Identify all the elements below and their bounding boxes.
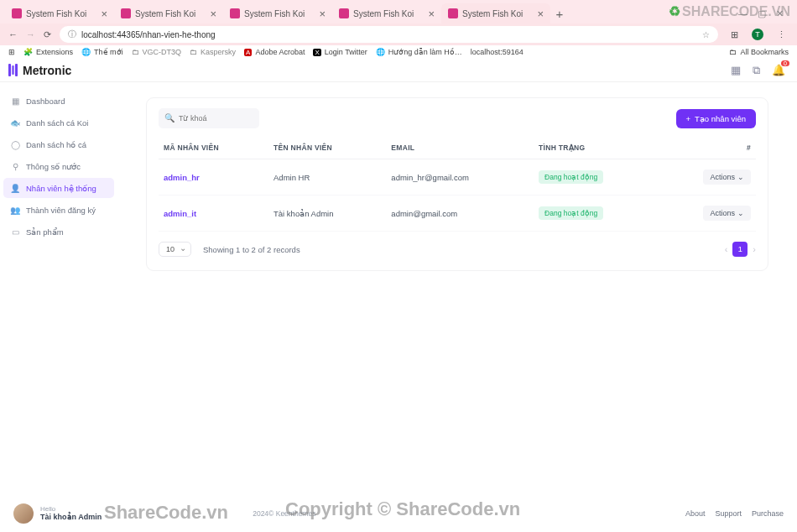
sidebar-item-water[interactable]: ⚲Thông số nước (3, 156, 114, 176)
plus-icon: + (686, 114, 691, 123)
site-icon (448, 8, 458, 18)
minimize-icon[interactable]: — (738, 8, 748, 19)
row-actions-button[interactable]: Actions ⌄ (703, 170, 751, 185)
cell-code[interactable]: admin_hr (159, 159, 268, 196)
logo-mark-icon (8, 64, 18, 76)
main-content: 🔍 + Tạo nhân viên MÃ NHÂN VIÊN TÊN NHÂN … (117, 82, 797, 532)
cell-email: admin@gmail.com (386, 196, 534, 232)
bookmark-item[interactable]: 🧩 Extensions (23, 48, 73, 56)
avatar[interactable] (13, 503, 34, 524)
sidebar-item-products[interactable]: ▭Sản phẩm (3, 222, 114, 242)
url-bar[interactable]: ⓘ localhost:44365/nhan-vien-he-thong ☆ (60, 26, 718, 43)
apps-icon[interactable]: ⊞ (8, 48, 15, 56)
menu-icon[interactable]: ⋮ (774, 27, 789, 42)
close-icon[interactable]: × (428, 8, 435, 20)
row-actions-button[interactable]: Actions ⌄ (703, 206, 751, 221)
forward-icon[interactable]: → (26, 29, 35, 39)
col-name[interactable]: TÊN NHÂN VIÊN (268, 137, 386, 159)
footer-link-purchase[interactable]: Purchase (752, 509, 784, 518)
calendar-icon[interactable]: ▦ (731, 64, 741, 77)
bookmark-folder[interactable]: 🗀 VGC-DT3Q (132, 48, 182, 56)
status-badge: Đang hoạt động (539, 170, 603, 184)
col-status[interactable]: TÌNH TRẠNG (534, 137, 659, 159)
cell-name: Admin HR (268, 159, 386, 196)
tab-title: System Fish Koi (353, 9, 414, 18)
all-bookmarks[interactable]: 🗀 All Bookmarks (729, 48, 789, 56)
table-row: admin_it Tài khoản Admin admin@gmail.com… (159, 196, 756, 232)
close-icon[interactable]: × (537, 8, 544, 20)
browser-tab[interactable]: System Fish Koi× (5, 3, 114, 23)
browser-tab[interactable]: System Fish Koi× (114, 3, 223, 23)
table-footer: 10 Showing 1 to 2 of 2 records ‹ 1 › (159, 242, 756, 257)
sidebar-item-pond[interactable]: ◯Danh sách hồ cá (3, 134, 114, 154)
close-icon[interactable]: × (101, 8, 107, 20)
layers-icon[interactable]: ⧉ (753, 64, 760, 77)
page-prev[interactable]: ‹ (725, 244, 728, 254)
bookmark-star-icon[interactable]: ☆ (702, 30, 710, 39)
col-code[interactable]: MÃ NHÂN VIÊN (159, 137, 268, 159)
chevron-down-icon: ⌄ (737, 209, 744, 217)
user-icon: 👤 (10, 183, 20, 193)
browser-tab[interactable]: System Fish Koi× (223, 3, 332, 23)
tab-title: System Fish Koi (462, 9, 523, 18)
page-size-select[interactable]: 10 (159, 242, 191, 257)
sidebar-item-staff[interactable]: 👤Nhân viên hệ thống (3, 178, 114, 198)
box-icon: ▭ (10, 227, 20, 237)
close-icon[interactable]: × (319, 8, 326, 20)
site-icon (12, 8, 22, 18)
sidebar-item-members[interactable]: 👥Thành viên đăng ký (3, 200, 114, 220)
page-next[interactable]: › (753, 244, 756, 254)
cell-name: Tài khoản Admin (268, 196, 386, 232)
extensions-icon[interactable]: ⊞ (727, 27, 742, 42)
notifications-icon[interactable]: 🔔0 (772, 64, 785, 77)
search-icon: 🔍 (164, 113, 175, 123)
bookmark-item[interactable]: localhost:59164 (471, 48, 524, 56)
logo[interactable]: Metronic (8, 64, 71, 77)
table-row: admin_hr Admin HR admin_hr@gmail.com Đan… (159, 159, 756, 196)
footer-link-about[interactable]: About (685, 509, 706, 518)
reload-icon[interactable]: ⟳ (44, 29, 51, 40)
close-icon[interactable]: × (210, 8, 216, 20)
close-window-icon[interactable]: ✕ (776, 8, 784, 19)
url-text: localhost:44365/nhan-vien-he-thong (81, 30, 216, 39)
bookmark-item[interactable]: X Login Twitter (313, 48, 367, 56)
app-footer: Hello Tài khoản Admin 2024© Keenthemes A… (0, 495, 797, 532)
sidebar-item-dashboard[interactable]: ▦Dashboard (3, 91, 114, 111)
app: Metronic ▦ ⧉ 🔔0 ▦Dashboard 🐟Danh sách cá… (0, 59, 797, 532)
bookmark-bar: ⊞ 🧩 Extensions 🌐 Thế mới 🗀 VGC-DT3Q 🗀 Ka… (0, 45, 797, 59)
back-icon[interactable]: ← (8, 29, 18, 39)
water-icon: ⚲ (10, 161, 20, 171)
sidebar-label: Thành viên đăng ký (26, 206, 96, 215)
bookmark-folder[interactable]: 🗀 Kaspersky (190, 48, 236, 56)
footer-link-support[interactable]: Support (715, 509, 742, 518)
add-button-label: Tạo nhân viên (695, 114, 746, 123)
bookmark-item[interactable]: A Adobe Acrobat (244, 48, 305, 56)
maximize-icon[interactable]: ▢ (758, 8, 766, 19)
site-icon (230, 8, 240, 18)
sidebar-item-koi[interactable]: 🐟Danh sách cá Koi (3, 112, 114, 133)
sidebar-label: Dashboard (26, 96, 65, 106)
page-current[interactable]: 1 (732, 242, 748, 257)
sidebar-label: Thông số nước (26, 162, 81, 171)
bookmark-item[interactable]: 🌐 Thế mới (81, 48, 123, 56)
users-icon: 👥 (10, 205, 20, 215)
staff-table: MÃ NHÂN VIÊN TÊN NHÂN VIÊN EMAIL TÌNH TR… (159, 137, 756, 232)
col-email[interactable]: EMAIL (386, 137, 534, 159)
profile-icon[interactable]: T (750, 27, 765, 42)
bookmark-item[interactable]: 🌐 Hướng dẫn làm Hồ… (376, 48, 462, 56)
add-staff-button[interactable]: + Tạo nhân viên (676, 109, 757, 128)
pond-icon: ◯ (10, 139, 20, 149)
topbar: Metronic ▦ ⧉ 🔔0 (0, 59, 797, 82)
cell-code[interactable]: admin_it (159, 196, 268, 232)
fish-icon: 🐟 (10, 117, 20, 128)
records-summary: Showing 1 to 2 of 2 records (203, 245, 300, 254)
site-icon (339, 8, 349, 18)
search-wrap: 🔍 (159, 108, 259, 128)
site-info-icon[interactable]: ⓘ (68, 29, 76, 40)
sidebar-label: Danh sách hồ cá (26, 140, 86, 149)
new-tab-button[interactable]: + (550, 4, 569, 23)
col-actions: # (659, 137, 756, 159)
status-badge: Đang hoạt động (539, 206, 603, 220)
browser-tab[interactable]: System Fish Koi× (332, 3, 441, 23)
browser-tab-active[interactable]: System Fish Koi× (441, 3, 550, 23)
